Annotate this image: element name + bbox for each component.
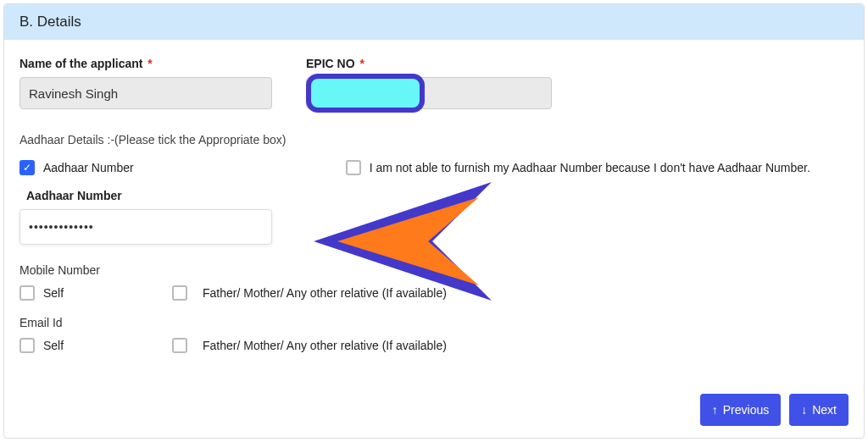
mobile-relative-label: Father/ Mother/ Any other relative (If a… — [203, 286, 447, 300]
email-self-label: Self — [43, 339, 64, 352]
mobile-self-label: Self — [43, 286, 64, 300]
required-star: * — [359, 57, 364, 70]
email-relative-label: Father/ Mother/ Any other relative (If a… — [203, 339, 447, 352]
required-star: * — [147, 57, 152, 70]
name-input[interactable] — [19, 77, 272, 109]
aadhaar-nohave-item: I am not able to furnish my Aadhaar Numb… — [346, 160, 810, 175]
epic-wrap — [306, 77, 552, 109]
mobile-label: Mobile Number — [19, 263, 849, 277]
epic-group: EPIC NO * — [306, 57, 552, 109]
name-group: Name of the applicant * — [19, 57, 272, 109]
mobile-section: Mobile Number Self Father/ Mother/ Any o… — [19, 263, 849, 353]
aadhaar-section-note: Aadhaar Details :-(Please tick the Appro… — [19, 133, 849, 146]
email-relative-checkbox[interactable] — [172, 338, 187, 353]
email-label: Email Id — [19, 316, 849, 329]
email-self-checkbox[interactable] — [19, 338, 35, 353]
panel-title: B. Details — [19, 14, 81, 30]
panel-body: Name of the applicant * EPIC NO * Aadhaa… — [4, 40, 864, 377]
details-panel: B. Details Name of the applicant * EPIC … — [3, 3, 865, 439]
previous-label: Previous — [723, 403, 769, 417]
epic-label: EPIC NO * — [306, 57, 552, 70]
name-label: Name of the applicant * — [19, 57, 272, 70]
top-row: Name of the applicant * EPIC NO * — [19, 57, 849, 109]
aadhaar-has-checkbox[interactable] — [19, 160, 35, 175]
aadhaar-nohave-checkbox[interactable] — [346, 160, 361, 175]
mobile-self-checkbox[interactable] — [19, 285, 35, 301]
mobile-relative-checkbox[interactable] — [172, 285, 187, 301]
panel-header: B. Details — [4, 4, 864, 40]
epic-label-text: EPIC NO — [306, 57, 355, 70]
name-label-text: Name of the applicant — [19, 57, 142, 70]
previous-button[interactable]: ↑ Previous — [700, 394, 781, 426]
arrow-down-icon: ↓ — [801, 403, 807, 417]
next-button[interactable]: ↓ Next — [789, 394, 849, 426]
next-label: Next — [812, 403, 837, 417]
aadhaar-nohave-label: I am not able to furnish my Aadhaar Numb… — [370, 161, 810, 174]
aadhaar-has-item: Aadhaar Number — [19, 160, 134, 175]
arrow-up-icon: ↑ — [712, 403, 718, 417]
aadhaar-number-input[interactable] — [19, 209, 272, 245]
epic-input[interactable] — [306, 77, 552, 109]
aadhaar-number-label: Aadhaar Number — [26, 189, 849, 202]
mobile-options: Self Father/ Mother/ Any other relative … — [19, 285, 849, 301]
email-options: Self Father/ Mother/ Any other relative … — [19, 338, 849, 353]
aadhaar-has-label: Aadhaar Number — [43, 161, 134, 174]
aadhaar-checkbox-row: Aadhaar Number I am not able to furnish … — [19, 160, 849, 175]
footer-buttons: ↑ Previous ↓ Next — [700, 394, 849, 426]
